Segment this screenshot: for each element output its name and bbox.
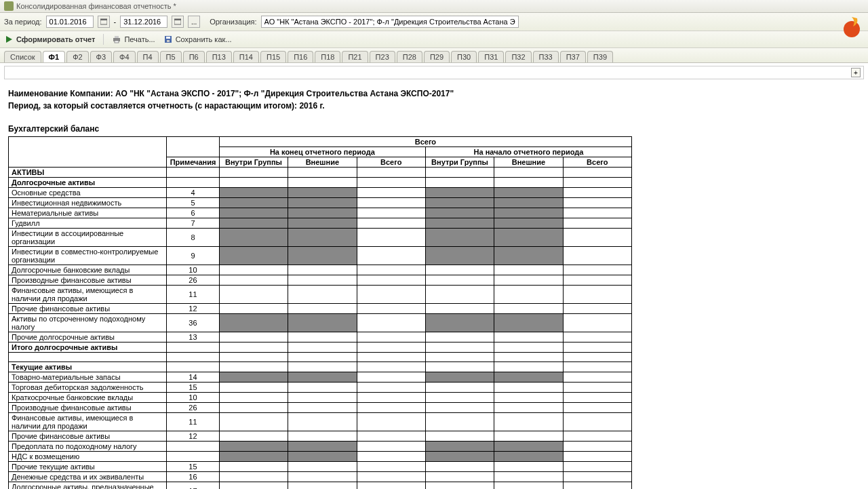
cell[interactable] xyxy=(357,332,425,343)
cell[interactable] xyxy=(494,178,563,188)
cell[interactable] xyxy=(288,286,357,304)
cell[interactable] xyxy=(219,452,288,462)
cell[interactable] xyxy=(563,188,631,198)
cell[interactable] xyxy=(288,265,357,275)
cell[interactable] xyxy=(288,362,357,372)
tab-П16[interactable]: П16 xyxy=(288,51,313,62)
cell[interactable] xyxy=(357,343,425,353)
tab-Ф4[interactable]: Ф4 xyxy=(113,51,135,62)
cell[interactable] xyxy=(425,343,494,353)
cell[interactable] xyxy=(219,393,288,403)
cell[interactable] xyxy=(425,362,494,372)
cell[interactable] xyxy=(494,472,563,482)
tab-П32[interactable]: П32 xyxy=(505,51,531,62)
cell[interactable] xyxy=(357,304,425,314)
tab-П39[interactable]: П39 xyxy=(587,51,613,62)
cell[interactable] xyxy=(219,188,288,198)
cell[interactable] xyxy=(219,482,288,490)
cell[interactable] xyxy=(494,304,563,314)
tab-П37[interactable]: П37 xyxy=(560,51,586,62)
cell[interactable] xyxy=(494,229,563,247)
cell[interactable] xyxy=(563,265,631,275)
cell[interactable] xyxy=(288,462,357,472)
cell[interactable] xyxy=(288,178,357,188)
cell[interactable] xyxy=(563,208,631,218)
cell[interactable] xyxy=(563,229,631,247)
cell[interactable] xyxy=(494,452,563,462)
cell[interactable] xyxy=(357,362,425,372)
cell[interactable] xyxy=(494,372,563,383)
cell[interactable] xyxy=(494,286,563,304)
cell[interactable] xyxy=(563,413,631,431)
tab-П6[interactable]: П6 xyxy=(183,51,205,62)
cell[interactable] xyxy=(563,452,631,462)
cell[interactable] xyxy=(563,472,631,482)
cell[interactable] xyxy=(425,247,494,265)
cell[interactable] xyxy=(563,178,631,188)
tab-П33[interactable]: П33 xyxy=(533,51,559,62)
cell[interactable] xyxy=(288,275,357,286)
cell[interactable] xyxy=(425,472,494,482)
cell[interactable] xyxy=(288,332,357,343)
cell[interactable] xyxy=(425,208,494,218)
cell[interactable] xyxy=(357,168,425,178)
cell[interactable] xyxy=(357,452,425,462)
cell[interactable] xyxy=(425,229,494,247)
cell[interactable] xyxy=(425,452,494,462)
cell[interactable] xyxy=(288,304,357,314)
cell[interactable] xyxy=(357,198,425,208)
cell[interactable] xyxy=(357,218,425,229)
cell[interactable] xyxy=(288,168,357,178)
tab-Ф2[interactable]: Ф2 xyxy=(66,51,88,62)
cell[interactable] xyxy=(357,178,425,188)
cell[interactable] xyxy=(219,353,288,362)
cell[interactable] xyxy=(357,314,425,332)
cell[interactable] xyxy=(494,431,563,442)
cell[interactable] xyxy=(494,442,563,452)
cell[interactable] xyxy=(494,275,563,286)
cell[interactable] xyxy=(357,372,425,383)
cell[interactable] xyxy=(494,403,563,413)
cell[interactable] xyxy=(357,413,425,431)
cell[interactable] xyxy=(357,393,425,403)
cell[interactable] xyxy=(494,482,563,490)
cell[interactable] xyxy=(288,472,357,482)
cell[interactable] xyxy=(219,403,288,413)
date-from-picker[interactable] xyxy=(98,16,110,28)
cell[interactable] xyxy=(219,314,288,332)
cell[interactable] xyxy=(425,198,494,208)
cell[interactable] xyxy=(219,362,288,372)
date-from-input[interactable] xyxy=(46,16,94,28)
cell[interactable] xyxy=(288,208,357,218)
cell[interactable] xyxy=(494,383,563,393)
cell[interactable] xyxy=(219,372,288,383)
tab-Список[interactable]: Список xyxy=(4,51,41,62)
cell[interactable] xyxy=(219,168,288,178)
cell[interactable] xyxy=(494,265,563,275)
cell[interactable] xyxy=(357,188,425,198)
cell[interactable] xyxy=(563,218,631,229)
cell[interactable] xyxy=(425,413,494,431)
cell[interactable] xyxy=(288,372,357,383)
cell[interactable] xyxy=(219,178,288,188)
cell[interactable] xyxy=(425,286,494,304)
cell[interactable] xyxy=(219,431,288,442)
cell[interactable] xyxy=(288,403,357,413)
cell[interactable] xyxy=(563,314,631,332)
cell[interactable] xyxy=(219,472,288,482)
cell[interactable] xyxy=(425,462,494,472)
cell[interactable] xyxy=(219,229,288,247)
cell[interactable] xyxy=(288,218,357,229)
cell[interactable] xyxy=(494,247,563,265)
cell[interactable] xyxy=(357,275,425,286)
tab-П15[interactable]: П15 xyxy=(260,51,286,62)
cell[interactable] xyxy=(425,265,494,275)
cell[interactable] xyxy=(563,247,631,265)
cell[interactable] xyxy=(288,442,357,452)
cell[interactable] xyxy=(288,413,357,431)
cell[interactable] xyxy=(288,431,357,442)
cell[interactable] xyxy=(219,343,288,353)
cell[interactable] xyxy=(219,247,288,265)
cell[interactable] xyxy=(219,198,288,208)
tab-П31[interactable]: П31 xyxy=(478,51,504,62)
